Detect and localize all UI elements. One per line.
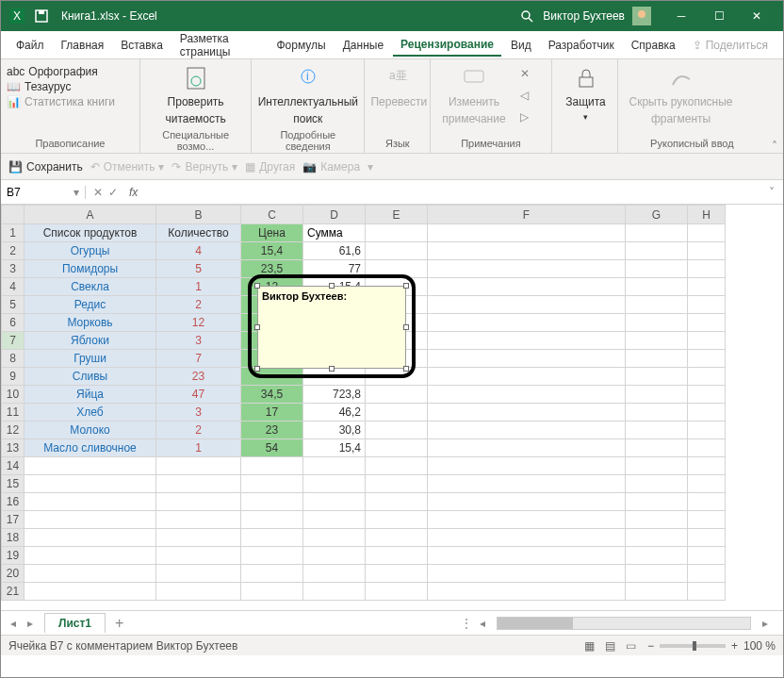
hscroll-track[interactable]	[497, 617, 751, 630]
cell[interactable]: 4	[156, 242, 241, 260]
cell[interactable]: Сливы	[24, 368, 156, 386]
view-pagelayout-icon[interactable]: ▤	[600, 639, 621, 653]
hscroll-right[interactable]: ▸	[757, 617, 774, 630]
menu-formulas[interactable]: Формулы	[270, 35, 334, 56]
menu-data[interactable]: Данные	[335, 35, 391, 56]
cell[interactable]: Сумма	[303, 224, 366, 242]
hscroll-left[interactable]: ◂	[474, 617, 491, 630]
cancel-formula-icon[interactable]: ✕	[93, 186, 103, 199]
view-pagebreak-icon[interactable]: ▭	[621, 639, 642, 653]
cell[interactable]: Огурцы	[24, 242, 156, 260]
menu-help[interactable]: Справка	[624, 35, 683, 56]
row-header[interactable]: 9	[2, 368, 24, 386]
zoom-out-button[interactable]: −	[647, 639, 654, 653]
cell[interactable]: 1	[156, 439, 241, 457]
thesaurus-button[interactable]: 📖Тезаурус	[7, 80, 134, 93]
row-header[interactable]: 11	[2, 404, 24, 422]
tab-split-icon[interactable]: ⋮	[461, 617, 472, 630]
qa-camera-button[interactable]: 📷Камера	[302, 160, 360, 174]
cell[interactable]: Молоко	[24, 422, 156, 439]
col-header-B[interactable]: B	[156, 206, 241, 224]
row-header[interactable]: 6	[2, 314, 24, 332]
name-box[interactable]: B7▾	[1, 186, 86, 199]
zoom-control[interactable]: − + 100 %	[647, 639, 776, 653]
row-header[interactable]: 13	[2, 439, 24, 457]
cell[interactable]: Количество	[156, 224, 241, 242]
save-icon[interactable]	[33, 8, 50, 25]
enter-formula-icon[interactable]: ✓	[108, 186, 118, 199]
row-header[interactable]: 7	[2, 332, 24, 350]
qa-other-button[interactable]: ▦Другая	[245, 160, 295, 174]
qa-more-button[interactable]: ▾	[368, 160, 373, 174]
next-comment-button[interactable]: ▷	[515, 108, 534, 125]
tab-nav-next[interactable]: ▸	[22, 617, 39, 630]
sheet-tab-1[interactable]: Лист1	[44, 613, 106, 633]
cell[interactable]: 46,2	[303, 404, 366, 422]
row-header[interactable]: 19	[2, 547, 24, 565]
grid[interactable]: ABCDEFGH1Список продуктовКоличествоЦенаС…	[1, 205, 726, 601]
cell[interactable]: 23	[156, 368, 241, 386]
cell[interactable]: Свекла	[24, 278, 156, 296]
cell[interactable]: 47	[156, 386, 241, 404]
row-header[interactable]: 17	[2, 511, 24, 529]
workbook-stats-button[interactable]: 📊Статистика книги	[7, 95, 134, 108]
cell[interactable]: Масло сливочное	[24, 439, 156, 457]
qa-save-button[interactable]: 💾Сохранить	[8, 160, 83, 174]
close-button[interactable]: ✕	[738, 1, 776, 31]
cell[interactable]: 54	[241, 439, 303, 457]
qa-redo-button[interactable]: ↷Вернуть ▾	[172, 160, 237, 174]
cell[interactable]: Хлеб	[24, 404, 156, 422]
cell[interactable]: Яблоки	[24, 332, 156, 350]
search-icon[interactable]	[518, 8, 535, 25]
col-header-G[interactable]: G	[626, 206, 688, 224]
col-header-C[interactable]: C	[241, 206, 303, 224]
fx-icon[interactable]: fx	[125, 186, 141, 199]
row-header[interactable]: 4	[2, 278, 24, 296]
menu-review[interactable]: Рецензирование	[393, 34, 501, 57]
col-header-H[interactable]: H	[688, 206, 726, 224]
row-header[interactable]: 20	[2, 565, 24, 583]
cell[interactable]: 61,6	[303, 242, 366, 260]
cell[interactable]: Груши	[24, 350, 156, 368]
cell[interactable]: 723,8	[303, 386, 366, 404]
delete-comment-button[interactable]: ✕	[515, 65, 534, 82]
row-header[interactable]: 5	[2, 296, 24, 314]
menu-home[interactable]: Главная	[54, 35, 112, 56]
spelling-button[interactable]: abcОрфография	[7, 65, 134, 78]
row-header[interactable]: 21	[2, 583, 24, 601]
protect-button[interactable]: Защита▾	[558, 63, 614, 124]
col-header-E[interactable]: E	[366, 206, 428, 224]
menu-view[interactable]: Вид	[503, 35, 539, 56]
check-accessibility-button[interactable]: Проверить читаемость	[146, 63, 245, 127]
cell[interactable]: 2	[156, 296, 241, 314]
cell[interactable]: 3	[156, 404, 241, 422]
minimize-button[interactable]: ─	[662, 1, 700, 31]
row-header[interactable]: 15	[2, 475, 24, 493]
cell[interactable]: Помидоры	[24, 260, 156, 278]
menu-pagelayout[interactable]: Разметка страницы	[172, 28, 268, 62]
menu-insert[interactable]: Вставка	[113, 35, 171, 56]
menu-file[interactable]: Файл	[8, 35, 52, 56]
cell[interactable]: 1	[156, 278, 241, 296]
cell[interactable]: 77	[303, 260, 366, 278]
row-header[interactable]: 3	[2, 260, 24, 278]
tab-nav-prev[interactable]: ◂	[5, 617, 22, 630]
edit-comment-button[interactable]: Изменить примечание	[436, 63, 511, 127]
cell[interactable]: Цена	[241, 224, 303, 242]
add-sheet-button[interactable]: +	[115, 615, 123, 632]
row-header[interactable]: 1	[2, 224, 24, 242]
cell[interactable]: 3	[156, 332, 241, 350]
cell[interactable]: 23	[241, 422, 303, 439]
view-normal-icon[interactable]: ▦	[580, 639, 600, 653]
cell[interactable]: 5	[156, 260, 241, 278]
cell[interactable]: 7	[156, 350, 241, 368]
cell[interactable]	[241, 368, 303, 386]
cell[interactable]: 23,5	[241, 260, 303, 278]
cell[interactable]: 12	[156, 314, 241, 332]
cell[interactable]: 17	[241, 404, 303, 422]
cell[interactable]: 34,5	[241, 386, 303, 404]
row-header[interactable]: 10	[2, 386, 24, 404]
prev-comment-button[interactable]: ◁	[515, 87, 534, 104]
collapse-ribbon-button[interactable]: ˄	[766, 59, 783, 153]
row-header[interactable]: 2	[2, 242, 24, 260]
